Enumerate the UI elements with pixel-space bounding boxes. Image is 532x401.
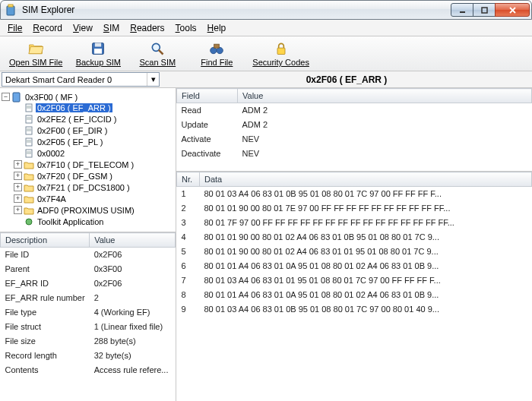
minimize-button[interactable] (451, 3, 473, 17)
menu-view[interactable]: View (68, 21, 97, 35)
details-table: Description Value File ID0x2F06Parent0x3… (0, 232, 176, 401)
folder-icon (24, 194, 34, 204)
tree-node-ef-arr[interactable]: 0x2F06 ( EF_ARR ) (14, 103, 174, 112)
tree-node-df-telecom[interactable]: + 0x7F10 ( DF_TELECOM ) (14, 159, 174, 169)
find-file-button[interactable]: Find File (187, 39, 246, 68)
expand-icon[interactable]: + (14, 183, 22, 191)
expand-icon[interactable]: + (14, 206, 22, 214)
svg-rect-14 (277, 48, 285, 54)
svg-rect-0 (7, 6, 14, 15)
table-row[interactable]: 880 01 01 A4 06 83 01 0A 95 01 08 80 01 … (177, 288, 532, 302)
folder-icon (24, 182, 34, 192)
table-row[interactable]: ActivateNEV (177, 132, 532, 147)
tree-node-ef-iccid[interactable]: 0x2FE2 ( EF_ICCID ) (14, 114, 174, 124)
table-row[interactable]: File struct1 (Linear fixed file) (1, 320, 176, 334)
svg-rect-3 (482, 8, 487, 13)
lock-icon (273, 40, 290, 57)
file-icon (24, 125, 34, 135)
tree-node-df-7f4a[interactable]: + 0x7F4A (14, 194, 174, 204)
table-row[interactable]: 980 01 03 A4 06 83 01 0B 95 01 08 80 01 … (177, 302, 532, 317)
svg-rect-13 (214, 44, 220, 48)
svg-rect-1 (8, 5, 13, 7)
menu-record[interactable]: Record (28, 21, 67, 35)
svg-rect-8 (94, 49, 102, 54)
collapse-icon[interactable]: − (2, 93, 10, 101)
expand-icon[interactable]: + (14, 160, 22, 169)
titlebar: SIM Explorer (0, 0, 532, 20)
table-row[interactable]: Parent0x3F00 (1, 262, 176, 276)
folder-icon (24, 159, 34, 169)
table-row[interactable]: File ID0x2F06 (1, 248, 176, 262)
window-title: SIM Explorer (22, 5, 447, 15)
table-row[interactable]: File size288 byte(s) (1, 334, 176, 349)
tree-node-mf[interactable]: − 0x3F00 ( MF ) (2, 92, 174, 102)
col-description[interactable]: Description (1, 233, 90, 248)
table-row[interactable]: DeactivateNEV (177, 147, 532, 161)
menu-readers[interactable]: Readers (125, 21, 169, 35)
table-row[interactable]: 780 01 03 A4 06 83 01 01 95 01 08 80 01 … (177, 273, 532, 288)
file-icon (24, 103, 34, 112)
svg-rect-7 (95, 43, 101, 47)
sim-icon (11, 92, 22, 102)
table-row[interactable]: 280 01 01 90 00 80 01 7E 97 00 FF FF FF … (177, 201, 532, 216)
table-row[interactable]: 480 01 01 90 00 80 01 02 A4 06 83 01 0B … (177, 230, 532, 245)
col-nr[interactable]: Nr. (177, 172, 200, 187)
table-row[interactable]: File type4 (Working EF) (1, 305, 176, 320)
menu-sim[interactable]: SIM (99, 21, 124, 35)
scan-sim-button[interactable]: Scan SIM (128, 39, 187, 68)
toolbar: Open SIM File Backup SIM Scan SIM Find F… (0, 36, 532, 71)
folder-icon (24, 205, 34, 215)
close-button[interactable] (495, 3, 530, 17)
reader-combo-value: Dekart Smart Card Reader 0 (5, 75, 112, 84)
open-sim-file-button[interactable]: Open SIM File (3, 39, 68, 68)
table-row[interactable]: ContentsAccess rule refere... (1, 363, 176, 377)
reader-row: Dekart Smart Card Reader 0 ▾ 0x2F06 ( EF… (0, 71, 532, 88)
svg-line-10 (159, 50, 163, 55)
table-row[interactable]: EF_ARR rule number2 (1, 291, 176, 305)
tree-node-ef-0002[interactable]: 0x0002 (14, 148, 174, 158)
tree-node-toolkit[interactable]: Toolkit Application (14, 216, 174, 226)
tree-node-df-dcs1800[interactable]: + 0x7F21 ( DF_DCS1800 ) (14, 182, 174, 192)
menu-help[interactable]: Help (203, 21, 231, 35)
records-table: Nr. Data 180 01 03 A4 06 83 01 0B 95 01 … (176, 172, 532, 401)
col-value[interactable]: Value (90, 233, 176, 248)
tree-node-adf0[interactable]: + ADF0 (PROXIMUS USIM) (14, 205, 174, 215)
tree-node-df-gsm[interactable]: + 0x7F20 ( DF_GSM ) (14, 171, 174, 181)
maximize-button[interactable] (473, 3, 496, 17)
chevron-down-icon: ▾ (147, 73, 159, 86)
table-row[interactable]: Record length32 byte(s) (1, 349, 176, 363)
right-pane: Field Value ReadADM 2UpdateADM 2Activate… (176, 88, 532, 401)
col-data[interactable]: Data (200, 172, 532, 187)
backup-sim-button[interactable]: Backup SIM (68, 39, 128, 68)
folder-icon (24, 171, 34, 181)
table-row[interactable]: 380 01 7F 97 00 FF FF FF FF FF FF FF FF … (177, 216, 532, 230)
security-codes-button[interactable]: Security Codes (246, 39, 315, 68)
col-value2[interactable]: Value (238, 89, 532, 103)
tree-view[interactable]: − 0x3F00 ( MF ) 0x2F06 ( EF_ARR ) 0x2FE2… (0, 88, 176, 232)
file-icon (24, 137, 34, 147)
file-icon (24, 114, 34, 124)
tree-node-ef-dir[interactable]: 0x2F00 ( EF_DIR ) (14, 125, 174, 135)
expand-icon[interactable]: + (14, 194, 22, 203)
window-buttons (451, 3, 530, 17)
menu-file[interactable]: File (3, 21, 27, 35)
breadcrumb: 0x2F06 ( EF_ARR ) (161, 74, 532, 85)
table-row[interactable]: 680 01 01 A4 06 83 01 0A 95 01 08 80 01 … (177, 259, 532, 273)
svg-point-31 (26, 219, 32, 225)
expand-icon[interactable]: + (14, 172, 22, 180)
tree-node-ef-pl[interactable]: 0x2F05 ( EF_PL ) (14, 137, 174, 147)
table-row[interactable]: UpdateADM 2 (177, 118, 532, 132)
binoculars-icon (208, 40, 225, 57)
table-row[interactable]: 580 01 01 90 00 80 01 02 A4 06 83 01 01 … (177, 245, 532, 259)
table-row[interactable]: 180 01 03 A4 06 83 01 0B 95 01 08 80 01 … (177, 187, 532, 201)
col-field[interactable]: Field (177, 89, 238, 103)
menu-tools[interactable]: Tools (171, 21, 201, 35)
gear-icon (24, 216, 34, 226)
magnifier-icon (149, 40, 166, 57)
svg-rect-15 (13, 93, 20, 102)
access-table: Field Value ReadADM 2UpdateADM 2Activate… (176, 88, 532, 172)
reader-combo[interactable]: Dekart Smart Card Reader 0 ▾ (2, 72, 160, 87)
table-row[interactable]: ReadADM 2 (177, 103, 532, 118)
menubar: File Record View SIM Readers Tools Help (0, 20, 532, 36)
table-row[interactable]: EF_ARR ID0x2F06 (1, 276, 176, 291)
